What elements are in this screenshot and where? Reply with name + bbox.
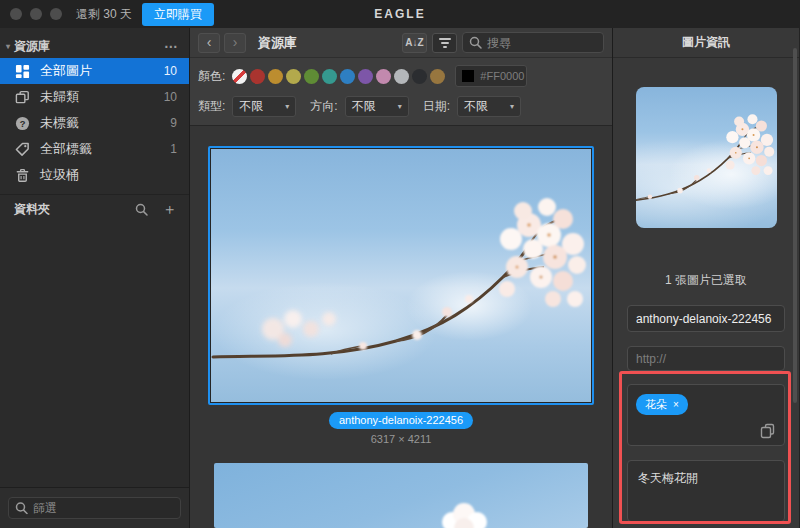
main-area: ‹ › 資源庫 A↓Z 顏色: #FF0000	[190, 28, 613, 528]
chevron-down-icon: ▾	[285, 102, 289, 111]
filter-bar: 顏色: #FF0000 類型: 不限 ▾ 方向:	[190, 58, 612, 126]
color-dot-row	[232, 69, 445, 84]
sidebar-item-untagged[interactable]: ? 未標籤 9	[0, 110, 189, 136]
sidebar-item-label: 全部圖片	[40, 62, 92, 80]
sidebar-spacer	[0, 224, 189, 487]
color-dot[interactable]	[322, 69, 337, 84]
sidebar-filter-input[interactable]	[8, 497, 181, 519]
minimize-window-icon[interactable]	[30, 8, 42, 20]
inspector-panel: 圖片資訊 1 張圖片已選取 花朵 × 冬天梅花開	[613, 28, 799, 528]
back-button[interactable]: ‹	[198, 33, 220, 53]
inspector-title: 圖片資訊	[613, 28, 799, 58]
orientation-filter-label: 方向:	[310, 98, 337, 115]
color-dot[interactable]	[340, 69, 355, 84]
color-dot[interactable]	[394, 69, 409, 84]
color-dot[interactable]	[376, 69, 391, 84]
selected-image-dimensions: 6317 × 4211	[371, 433, 432, 445]
sidebar: ▾ 資源庫 ⋯ 全部圖片 10 未歸類 10 ? 未標籤 9	[0, 28, 190, 528]
search-icon	[469, 36, 482, 49]
orientation-filter-select[interactable]: 不限 ▾	[345, 96, 409, 117]
selected-image-filename[interactable]: anthony-delanoix-222456	[329, 412, 473, 429]
color-swatch[interactable]	[462, 70, 474, 82]
hex-color-input[interactable]: #FF0000	[455, 65, 527, 87]
date-filter-select[interactable]: 不限 ▾	[457, 96, 521, 117]
item-count-badge: 10	[164, 90, 177, 104]
svg-text:?: ?	[19, 118, 25, 128]
color-dot[interactable]	[286, 69, 301, 84]
main-toolbar: ‹ › 資源庫 A↓Z	[190, 28, 612, 58]
image-url-input[interactable]	[627, 346, 785, 371]
grid-icon	[14, 63, 30, 79]
collapse-chevron-icon[interactable]: ▾	[6, 42, 10, 51]
tags-field[interactable]: 花朵 ×	[627, 384, 785, 446]
folder-search-icon[interactable]	[135, 203, 148, 216]
color-dot[interactable]	[304, 69, 319, 84]
date-filter-label: 日期:	[423, 98, 450, 115]
tag-pill[interactable]: 花朵 ×	[636, 394, 688, 415]
library-more-icon[interactable]: ⋯	[164, 38, 179, 54]
sidebar-item-label: 全部標籤	[40, 140, 92, 158]
library-header-label: 資源庫	[14, 38, 50, 55]
color-filter-label: 顏色:	[198, 68, 225, 85]
color-dot-none-icon[interactable]	[232, 69, 247, 84]
funnel-icon	[439, 38, 451, 48]
tag-label: 花朵	[645, 397, 667, 412]
image-name-input[interactable]	[627, 305, 785, 332]
selection-count-text: 1 張圖片已選取	[627, 272, 785, 289]
image-grid: anthony-delanoix-222456 6317 × 4211	[190, 126, 612, 528]
chevron-down-icon: ▾	[398, 102, 402, 111]
inspector-scrollbar[interactable]	[793, 48, 797, 403]
sidebar-item-trash[interactable]: 垃圾桶	[0, 162, 189, 188]
tag-icon	[14, 141, 30, 157]
zoom-window-icon[interactable]	[50, 8, 62, 20]
sidebar-item-label: 垃圾桶	[40, 166, 79, 184]
breadcrumb[interactable]: 資源庫	[258, 34, 297, 52]
chevron-down-icon: ▾	[510, 102, 514, 111]
sidebar-item-all-images[interactable]: 全部圖片 10	[0, 58, 189, 84]
sidebar-item-uncategorized[interactable]: 未歸類 10	[0, 84, 189, 110]
trial-days-text: 還剩 30 天	[76, 6, 132, 23]
copy-icon[interactable]	[760, 423, 776, 439]
close-window-icon[interactable]	[10, 8, 22, 20]
search-input[interactable]	[462, 32, 604, 53]
type-filter-select[interactable]: 不限 ▾	[232, 96, 296, 117]
layers-icon	[14, 89, 30, 105]
item-count-badge: 10	[164, 64, 177, 78]
color-dot[interactable]	[358, 69, 373, 84]
orientation-filter-value: 不限	[352, 98, 376, 115]
date-filter-value: 不限	[464, 98, 488, 115]
question-icon: ?	[14, 115, 30, 131]
color-dot[interactable]	[430, 69, 445, 84]
trash-icon	[14, 167, 30, 183]
buy-now-button[interactable]: 立即購買	[142, 3, 214, 26]
add-folder-icon[interactable]: ＋	[162, 200, 177, 219]
folders-header-label: 資料夾	[14, 201, 50, 218]
item-count-badge: 9	[170, 116, 177, 130]
blossom-photo[interactable]	[211, 149, 591, 402]
remove-tag-icon[interactable]: ×	[673, 399, 679, 410]
library-section-header[interactable]: ▾ 資源庫 ⋯	[0, 28, 189, 58]
inspector-thumbnail[interactable]	[636, 87, 777, 228]
app-window: ▾ 資源庫 ⋯ 全部圖片 10 未歸類 10 ? 未標籤 9	[0, 28, 800, 528]
title-bar: 還剩 30 天 立即購買 EAGLE	[0, 0, 800, 28]
type-filter-label: 類型:	[198, 98, 225, 115]
type-filter-value: 不限	[239, 98, 263, 115]
window-controls[interactable]	[10, 8, 62, 20]
color-dot[interactable]	[412, 69, 427, 84]
sidebar-footer	[0, 487, 189, 528]
sidebar-item-label: 未標籤	[40, 114, 79, 132]
color-dot[interactable]	[268, 69, 283, 84]
next-image-card[interactable]	[214, 463, 588, 528]
filter-search-icon	[15, 502, 28, 515]
sort-button[interactable]: A↓Z	[402, 33, 427, 53]
folders-section-header: 資料夾 ＋	[0, 194, 189, 224]
color-dot[interactable]	[250, 69, 265, 84]
sidebar-item-all-tags[interactable]: 全部標籤 1	[0, 136, 189, 162]
hex-placeholder: #FF0000	[480, 70, 524, 82]
annotation-field[interactable]: 冬天梅花開	[627, 460, 785, 522]
item-count-badge: 1	[170, 142, 177, 156]
filter-button[interactable]	[432, 33, 457, 53]
forward-button[interactable]: ›	[224, 33, 246, 53]
sidebar-item-label: 未歸類	[40, 88, 79, 106]
selected-image-card[interactable]	[208, 146, 594, 405]
